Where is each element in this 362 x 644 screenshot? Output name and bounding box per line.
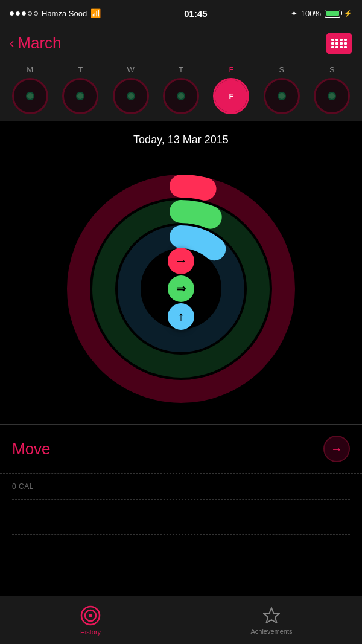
- bluetooth-icon: ✦: [291, 9, 297, 18]
- move-arrow: →: [168, 248, 194, 274]
- wifi-icon: 📶: [91, 8, 101, 18]
- status-time: 01:45: [184, 8, 207, 19]
- lightning-icon: ⚡: [344, 10, 352, 18]
- stat-row-0: 0 CAL: [12, 474, 350, 500]
- nav-back-label: March: [17, 34, 61, 53]
- tab-achievements-label: Achievements: [250, 628, 292, 635]
- nav-bar: ‹ March: [0, 27, 362, 60]
- day-circle-4-active[interactable]: F: [213, 78, 249, 114]
- tab-bar: History Achievements: [0, 596, 362, 644]
- main-content: Today, 13 Mar 2015 →: [0, 121, 362, 535]
- day-circle-0[interactable]: [12, 78, 48, 114]
- weekday-4-active[interactable]: F: [213, 65, 249, 74]
- stat-row-1: [12, 500, 350, 517]
- move-label: Move: [12, 440, 51, 459]
- ring-arrows: → ⇒ ↑: [168, 248, 194, 330]
- weekday-3[interactable]: T: [163, 65, 199, 74]
- status-right: ✦ 100% ⚡: [291, 9, 352, 18]
- battery-label: 100%: [301, 9, 321, 18]
- dot3: [22, 11, 26, 16]
- weekday-0[interactable]: M: [12, 65, 48, 74]
- dot4: [28, 11, 32, 16]
- weekdays-row: M T W T F S S: [0, 65, 362, 74]
- day-circle-2[interactable]: [113, 78, 149, 114]
- calendar-grid-icon: [331, 39, 347, 48]
- day-circle-3[interactable]: [163, 78, 199, 114]
- back-button[interactable]: ‹ March: [10, 34, 62, 53]
- tab-history-label: History: [80, 628, 101, 636]
- weekday-2[interactable]: W: [113, 65, 149, 74]
- day-circle-6[interactable]: [314, 78, 350, 114]
- date-header: Today, 13 Mar 2015: [0, 121, 362, 156]
- rings-container: → ⇒ ↑: [0, 156, 362, 422]
- tab-history[interactable]: History: [0, 605, 181, 636]
- calendar-button[interactable]: [326, 33, 352, 54]
- weekday-1[interactable]: T: [62, 65, 98, 74]
- chevron-left-icon: ‹: [10, 36, 14, 51]
- week-strip: M T W T F S S F: [0, 60, 362, 121]
- svg-marker-10: [264, 608, 279, 623]
- carrier-name: Hamza Sood: [42, 9, 87, 18]
- svg-point-9: [89, 614, 92, 617]
- weekday-5[interactable]: S: [264, 65, 300, 74]
- achievements-icon: [262, 606, 281, 625]
- rings-wrapper: → ⇒ ↑: [66, 174, 296, 404]
- stats-area: 0 CAL: [0, 473, 362, 535]
- day-circles-row: F: [0, 78, 362, 114]
- signal-dots: [10, 11, 38, 16]
- exercise-arrow: ⇒: [168, 275, 194, 302]
- day-circle-5[interactable]: [264, 78, 300, 114]
- status-left: Hamza Sood 📶: [10, 8, 101, 18]
- move-detail-button[interactable]: →: [323, 436, 350, 462]
- dot2: [16, 11, 20, 16]
- battery-fill: [326, 11, 339, 16]
- stand-arrow: ↑: [168, 303, 194, 330]
- day-circle-1[interactable]: [62, 78, 98, 114]
- battery-icon: [325, 10, 340, 18]
- stat-value-0: 0 CAL: [12, 482, 34, 491]
- history-icon: [80, 605, 101, 626]
- weekday-6[interactable]: S: [314, 65, 350, 74]
- stat-row-2: [12, 517, 350, 535]
- move-detail-arrow-icon: →: [331, 442, 343, 456]
- dot1: [10, 11, 14, 16]
- dot5: [34, 11, 38, 16]
- tab-achievements[interactable]: Achievements: [181, 606, 362, 635]
- status-bar: Hamza Sood 📶 01:45 ✦ 100% ⚡: [0, 0, 362, 27]
- move-section: Move →: [0, 424, 362, 473]
